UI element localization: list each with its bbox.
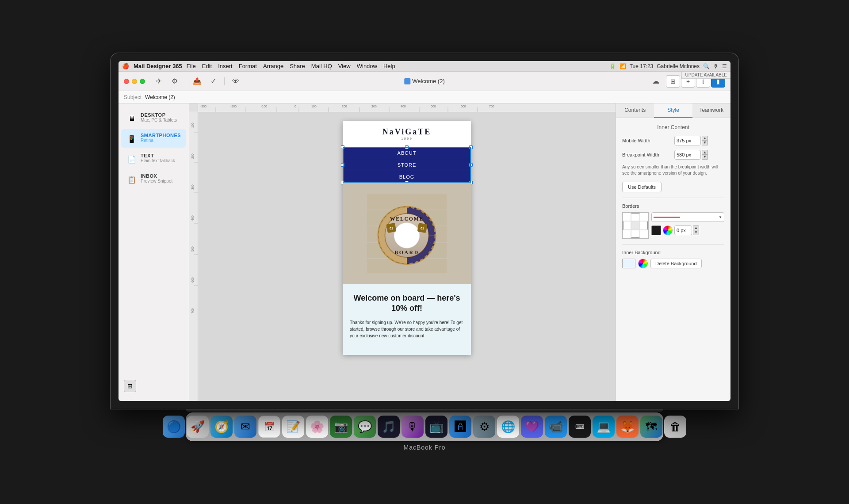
dock-maps[interactable]: 🗺 [640,416,662,438]
dock-facetime[interactable]: 📷 [330,416,352,438]
menu-file[interactable]: File [187,63,196,69]
dock-skype[interactable]: 💻 [593,416,615,438]
mobile-width-row: Mobile Width ▲ ▼ [622,136,724,145]
cloud-icon[interactable]: ☁ [649,76,662,87]
dock-finder[interactable]: 🔵 [163,416,185,438]
dock-discord[interactable]: 💜 [521,416,543,438]
send-icon[interactable]: 📤 [191,76,204,87]
document-icon [404,78,410,84]
nav-about[interactable]: ABOUT [343,147,471,159]
grid-icon[interactable]: ⊞ [124,380,136,392]
dock-launchpad[interactable]: 🚀 [187,416,209,438]
menu-insert[interactable]: Insert [218,63,233,69]
breakpoint-width-decrement[interactable]: ▼ [702,155,708,160]
border-color-swatch[interactable] [651,225,661,235]
layout-icon[interactable]: ⊞ [666,75,680,88]
sidebar-item-inbox[interactable]: 📋 INBOX Preview Snippet [121,170,186,188]
menu-window[interactable]: Window [357,63,377,69]
menu-view[interactable]: View [338,63,351,69]
breakpoint-width-increment[interactable]: ▲ [702,150,708,155]
sidebar-item-smartphones[interactable]: 📱 SMARTPHONES Retina [121,129,186,148]
mobile-width-input[interactable] [674,136,701,145]
dock-safari[interactable]: 🧭 [210,416,233,438]
tab-style[interactable]: Style [654,103,692,118]
dock-preferences[interactable]: ⚙ [473,416,495,438]
close-window-button[interactable] [124,79,129,84]
battery-icon: 🔋 [609,63,616,69]
dock-zoom[interactable]: 📹 [545,416,567,438]
menu-edit[interactable]: Edit [202,63,212,69]
panel-divider-1 [622,198,724,198]
check-icon[interactable]: ✓ [207,76,220,87]
tab-teamwork[interactable]: Teamwork [692,103,730,118]
border-color-picker[interactable] [663,225,673,235]
dock-firefox[interactable]: 🦊 [616,416,639,438]
search-icon[interactable]: 🔍 [703,63,710,69]
logo-text: NaViGaTE [349,127,465,137]
subject-value[interactable]: Welcome (2) [145,94,175,100]
dock-calendar[interactable]: 📅 [258,416,280,438]
control-center-icon[interactable]: ☰ [722,63,727,69]
dock-chrome[interactable]: 🌐 [497,416,519,438]
dock-terminal[interactable]: ⌨ [569,416,591,438]
minimize-window-button[interactable] [132,79,137,84]
breakpoint-width-input[interactable] [674,150,701,160]
mobile-width-decrement[interactable]: ▼ [702,141,708,145]
border-px-input[interactable] [674,225,692,235]
svg-text:-300: -300 [200,105,207,108]
smartphones-item-text: SMARTPHONES Retina [141,133,181,143]
background-color-picker[interactable] [638,259,648,268]
tab-contents[interactable]: Contents [616,103,654,118]
resize-handle-rm[interactable] [469,163,473,167]
preview-icon[interactable]: 👁 [229,76,242,87]
maximize-window-button[interactable] [140,79,145,84]
dock-photos[interactable]: 🌸 [306,416,328,438]
dock-appstore[interactable]: 🅰 [449,416,471,438]
menu-format[interactable]: Format [239,63,257,69]
nav-store[interactable]: STORE [343,159,471,171]
email-logo-area: NaViGaTE 1999 [343,121,471,147]
logo-year: 1999 [349,137,465,141]
dock-reminders[interactable]: 📝 [282,416,304,438]
dock-trash[interactable]: 🗑 [664,416,686,438]
dock: 🔵 🚀 🧭 ✉ 📅 📝 🌸 📷 💬 🎵 🎙 📺 🅰 ⚙ 🌐 💜 📹 ⌨ 💻 🦊 … [186,412,663,441]
border-cell-tm [631,213,639,221]
sidebar-item-desktop[interactable]: 🖥 DESKTOP Mac, PC & Tablets [121,109,186,127]
dock-music[interactable]: 🎵 [378,416,400,438]
border-px-decrement[interactable]: ▼ [693,230,699,235]
border-px-increment[interactable]: ▲ [693,225,699,230]
dock-tv[interactable]: 📺 [425,416,447,438]
breakpoint-width-row: Breakpoint Width ▲ ▼ [622,150,724,160]
menu-mail-hq[interactable]: Mail HQ [311,63,332,69]
svg-text:WELCOME: WELCOME [390,216,424,222]
delete-background-button[interactable]: Delete Background [650,259,702,268]
resize-handle-tm[interactable] [405,145,409,149]
line-style-dropdown[interactable]: ▼ [651,212,724,222]
menu-bar: 🍎 Mail Designer 365 File Edit Insert For… [119,61,730,72]
svg-text:500: 500 [431,105,436,108]
canvas-scroll[interactable]: NaViGaTE 1999 [198,112,616,401]
dock-messages[interactable]: 💬 [354,416,376,438]
apple-logo-icon[interactable]: 🍎 [122,63,129,69]
sidebar-item-text[interactable]: 📄 TEXT Plain text fallback [121,149,186,168]
text-item-text: TEXT Plain text fallback [141,153,175,163]
background-color-swatch[interactable] [622,259,635,268]
dock-mail[interactable]: ✉ [234,416,256,438]
mobile-width-increment[interactable]: ▲ [702,136,708,141]
resize-handle-lm[interactable] [341,163,344,167]
use-defaults-button[interactable]: Use Defaults [622,182,662,192]
menu-arrange[interactable]: Arrange [263,63,283,69]
resize-handle-tr[interactable] [469,145,473,149]
email-hero-image: 01 01 WELCOME BOARD [343,183,471,284]
menu-share[interactable]: Share [290,63,305,69]
resize-handle-tl[interactable] [341,145,344,149]
smartphone-icon: 📱 [126,134,137,144]
siri-icon[interactable]: 🎙 [713,63,719,69]
update-badge[interactable]: UPDATE AVAILABLE [681,72,730,79]
canvas-area[interactable]: -300 -200 -100 0 100 200 3 [189,103,616,401]
mail-icon[interactable]: ✈ [152,76,165,87]
settings-icon[interactable]: ⚙ [168,76,181,87]
svg-text:0: 0 [294,105,296,108]
menu-help[interactable]: Help [383,63,395,69]
dock-podcasts[interactable]: 🎙 [402,416,424,438]
